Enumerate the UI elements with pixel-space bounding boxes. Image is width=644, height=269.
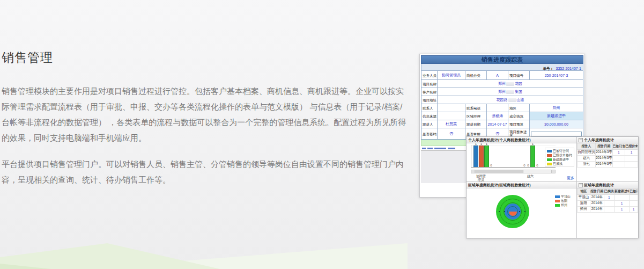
field-label-region: 地区 (508, 104, 530, 112)
scrollbar-thumb[interactable] (475, 170, 523, 173)
bar-已签订合同[interactable]: 1 (473, 146, 478, 167)
doc-no-value[interactable]: 3352-201407-1 (556, 67, 582, 70)
table-row: 郑州2014年11 (578, 206, 638, 212)
field-value-category[interactable]: A (487, 71, 508, 80)
field-value-contact[interactable] (438, 104, 465, 112)
bar-group: 1110 (473, 146, 493, 167)
panel-personal-chart-header: 个人年度商机统计(个人商机数量统计) (467, 137, 576, 143)
progress-input[interactable] (531, 132, 582, 136)
x-axis-label: 协同管 理员 (472, 175, 490, 181)
bar-value-label: 1 (480, 142, 482, 146)
form-table: 业务人员 协同管理员 商机分类 A 项目编号 250-201407-3 项目名称… (421, 71, 583, 140)
field-value-follower[interactable]: 杜慧英 (438, 120, 465, 128)
field-value-cust-name[interactable]: 郑州集团 (438, 88, 583, 96)
bullseye-plot (495, 194, 530, 229)
table-cell[interactable]: 1 (612, 149, 625, 155)
table-cell[interactable]: 1 (625, 149, 638, 155)
panel-personal-chart-title: 个人年度商机统计(个人商机数量统计) (468, 137, 531, 143)
panel-personal-table-header: − 个人年度商机统计 (577, 137, 638, 143)
field-value-signed[interactable]: 否 (438, 128, 465, 139)
table-cell: 2014年 (590, 206, 604, 212)
field-label-follow-date: 跟进日期 (465, 120, 487, 128)
nav-link[interactable] (434, 148, 446, 149)
field-value-budget[interactable]: 30,000,000.00 (530, 120, 583, 128)
table-row: 赵六2014年3季度 (578, 155, 638, 161)
field-value-proj-name[interactable]: 郑州花园 (438, 80, 583, 88)
field-value-phone[interactable] (487, 104, 508, 112)
bar-新建跟进中[interactable]: 1 (484, 146, 489, 167)
legend-item: 已报价未签约 (547, 154, 572, 157)
legend-swatch-icon (547, 163, 552, 165)
table-cell: 2014年3季度 (595, 161, 612, 167)
axis-tick-dot (499, 211, 500, 212)
table-cell: 郑州 (578, 206, 590, 212)
scroll-right-arrow-icon[interactable] (551, 170, 555, 173)
nav-link[interactable] (448, 148, 455, 149)
field-value-deal[interactable]: 新建跟进中 (530, 112, 583, 120)
more-link[interactable]: 更多 (567, 176, 574, 181)
legend-swatch-icon (547, 154, 552, 157)
legend-item: 洛阳 (555, 199, 571, 202)
panel-personal-chart: 个人年度商机统计(个人商机数量统计) 11100010 协同管 理员赵六 已签订… (467, 137, 577, 182)
field-value-region[interactable]: 郑州 (530, 104, 583, 112)
panel-personal-table-title: 个人年度商机统计 (584, 137, 614, 143)
table-cell[interactable]: 1 (604, 194, 614, 200)
column-header: 已搁浅 (604, 188, 614, 194)
legend-swatch-icon (555, 195, 560, 198)
bar-新建跟进中[interactable]: 1 (530, 146, 535, 167)
panel-region-table-title: 区域年度商机统计 (584, 183, 614, 188)
table-cell[interactable]: 1 (614, 206, 629, 212)
panel-region-table-header: − 区域年度商机统计 (577, 182, 638, 188)
personal-stats-table: 报告人报告日期已签订合同已报价未签约协同管理员2014年3季度11赵六2014年… (577, 143, 638, 168)
zero-value-label: 0 (527, 164, 530, 167)
panel-personal-table: − 个人年度商机统计 报告人报告日期已签订合同已报价未签约协同管理员2014年3… (577, 137, 638, 182)
field-value-follow-date[interactable]: 2014-07-17 (487, 120, 508, 128)
address-pre: 花园路 (497, 97, 508, 103)
table-row: 平顶山2014年1 (578, 194, 638, 200)
legend-swatch-icon (555, 204, 560, 207)
column-header: 报告日期 (595, 143, 612, 149)
x-axis-label: 赵六 (521, 175, 539, 178)
sales-portal-screenshot: 个人年度商机统计(个人商机数量统计) 11100010 协同管 理员赵六 已签订… (466, 136, 639, 238)
bar-已报价未签约[interactable]: 1 (479, 146, 484, 167)
legend-item: 郑州 (555, 203, 571, 207)
field-value-proj-no[interactable]: 250-201407-3 (530, 71, 583, 80)
bullseye-chart: 平顶山洛阳郑州 (467, 188, 576, 238)
field-value-person[interactable]: 协同管理员 (438, 71, 465, 80)
table-cell (604, 206, 614, 212)
legend-swatch-icon (547, 158, 552, 161)
field-value-manager[interactable]: 张杨涛 (487, 112, 508, 120)
scroll-left-arrow-icon[interactable] (471, 170, 475, 173)
chart-horizontal-scrollbar[interactable] (471, 170, 556, 173)
bar-chart-legend: 已签订合同已报价未签约新建跟进中已搁浅 (545, 148, 574, 167)
nav-link[interactable] (427, 148, 433, 149)
table-cell: 洛阳 (578, 200, 590, 206)
bullseye-gridline-ring (507, 206, 518, 217)
field-label-proj-name: 项目名称 (421, 80, 438, 88)
table-cell: 2014年 (590, 200, 604, 206)
zero-value-label: 0 (536, 164, 539, 167)
page-title: 销售管理 (2, 49, 53, 66)
table-cell[interactable]: 1 (630, 206, 638, 212)
bar-value-label: 1 (475, 142, 477, 146)
field-value-source[interactable] (438, 112, 465, 120)
legend-swatch-icon (547, 150, 552, 152)
field-value-address[interactable]: 花园路山路 (438, 96, 583, 104)
legend-item: 已搁浅 (547, 162, 572, 165)
table-cell[interactable]: 1 (614, 200, 629, 206)
field-label-cust-name: 客户名称 (421, 88, 438, 96)
nav-link[interactable] (422, 148, 426, 149)
collapse-icon[interactable]: − (579, 183, 583, 187)
collapse-icon[interactable]: − (579, 138, 583, 142)
table-cell (625, 155, 638, 161)
panel-region-chart-header: 区域年度商机统计(区域商机数量统计) (467, 182, 576, 188)
zero-value-label: 0 (523, 164, 526, 167)
column-header: 新建跟进中 (614, 188, 629, 194)
censored-region (506, 90, 514, 94)
table-cell (612, 161, 625, 167)
table-row: 协同管理员2014年3季度11 (578, 149, 638, 155)
table-row: 洛阳2014年1 (578, 200, 638, 206)
column-header: 报告人 (578, 143, 596, 149)
zero-value-label: 0 (490, 164, 493, 167)
table-cell (625, 161, 638, 167)
